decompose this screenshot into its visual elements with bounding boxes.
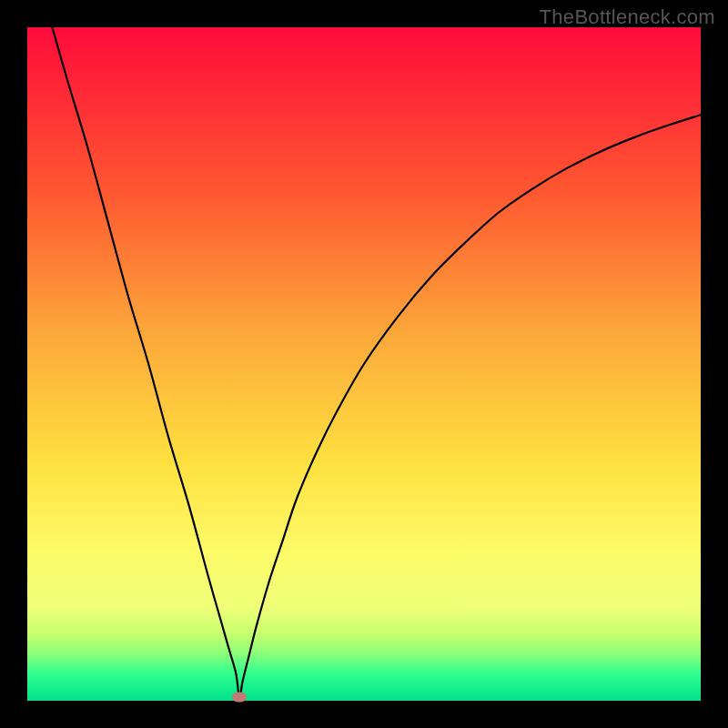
curve-svg [27, 27, 701, 701]
chart-frame: TheBottleneck.com [0, 0, 728, 728]
curve-path [52, 27, 701, 697]
vertex-marker [232, 692, 247, 702]
watermark-text: TheBottleneck.com [540, 5, 715, 29]
plot-area [27, 27, 701, 701]
